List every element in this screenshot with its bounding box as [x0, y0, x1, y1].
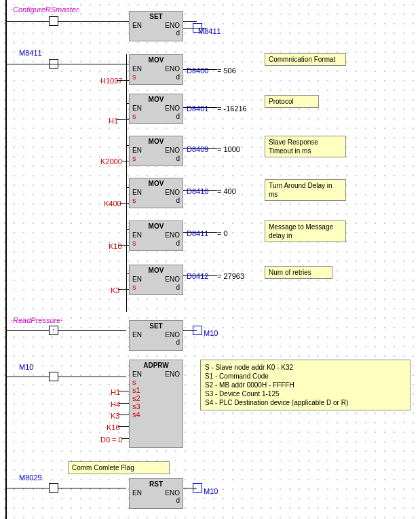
set-read-output-label: M10: [204, 329, 218, 337]
hline-mov2-en: [126, 103, 129, 104]
comment-adprw: S - Slave node addr K0 - K32 S1 - Comman…: [200, 360, 411, 410]
mov5-d: d: [176, 239, 180, 247]
hline-m8029-1: [6, 488, 49, 488]
comment-protocol: Protocol: [265, 95, 319, 108]
adprw-s2: s2: [132, 394, 140, 402]
set-block: SET EN ENO d: [129, 11, 183, 41]
set-eno-label: ENO: [165, 22, 180, 29]
set-read-label: SET: [130, 321, 183, 331]
hline-mov1-s: [117, 80, 129, 81]
mov5-source: K10: [109, 242, 122, 250]
hline-read-2: [58, 330, 126, 331]
adprw-en: EN: [132, 370, 142, 378]
mov6-s: s: [132, 283, 136, 291]
mov6-value: = 27963: [217, 272, 244, 280]
hline-m8411-long: [6, 64, 126, 64]
mov4-s: s: [132, 196, 136, 204]
mov3-eno: ENO: [165, 147, 180, 154]
hline-adprw-s1: [119, 403, 129, 404]
mov3-d: d: [176, 155, 180, 162]
adprw-s3: s3: [132, 402, 140, 410]
hline-mov3-s: [122, 161, 129, 161]
rst-label: RST: [130, 479, 183, 489]
mov1-eno: ENO: [165, 65, 180, 73]
rst-d: d: [176, 497, 180, 504]
set-read-d: d: [176, 339, 180, 346]
m10-contact-label: M10: [19, 363, 33, 371]
rst-block: RST EN ENO d: [129, 478, 183, 509]
hline-mov1-en: [126, 64, 129, 64]
adprw-comment-s: S - Slave node addr K0 - K32: [205, 363, 406, 372]
hline-mov4-en: [126, 187, 129, 188]
hline-mov3-en: [126, 145, 129, 146]
mov4-d: d: [176, 197, 180, 204]
mov2-label: MOV: [130, 94, 183, 104]
m8029-contact-label: M8029: [19, 474, 42, 482]
mov2-dest: D8401: [187, 104, 208, 113]
hline-read-1: [6, 330, 49, 331]
contact-m8029[interactable]: [49, 483, 58, 493]
mov2-en: EN: [132, 104, 142, 112]
mov6-eno: ENO: [165, 275, 180, 283]
mov6-label: MOV: [130, 265, 183, 275]
ladder-diagram-canvas: ·ConfigureRSmaster· SET EN ENO d M8411 M…: [0, 0, 420, 519]
mov2-source: H1: [109, 117, 118, 125]
set-read-output-coil: [193, 326, 202, 335]
mov4-en: EN: [132, 189, 142, 196]
mov-block-4: MOV EN ENO s d: [129, 178, 183, 208]
adprw-s-val: H1: [111, 388, 120, 396]
hline-adprw-s2: [119, 415, 129, 415]
mov3-label: MOV: [130, 136, 183, 147]
adprw-s: s: [132, 378, 136, 386]
mov2-s: s: [132, 112, 136, 120]
rst-en: EN: [132, 489, 142, 497]
hline-m8029-2: [58, 488, 126, 488]
mov4-dest: D8410: [187, 187, 208, 195]
mov2-value: = -16216: [217, 104, 247, 113]
hline-mov6-en: [126, 273, 129, 274]
left-power-rail: [5, 0, 7, 519]
comment-comm-format: Commnication Format: [265, 53, 346, 66]
hline-coil-2: [193, 28, 206, 28]
hline-adprw-s: [119, 391, 129, 391]
adprw-comment-s3: S3 - Device Count 1-125: [205, 389, 406, 398]
contact-read-pressure[interactable]: ↑: [49, 326, 58, 335]
mov2-eno: ENO: [165, 104, 180, 112]
mov2-d: d: [176, 113, 180, 120]
set-read-eno: ENO: [165, 331, 180, 339]
mov1-en: EN: [132, 65, 142, 73]
mov5-value: = 0: [217, 229, 228, 237]
comment-msg-delay: Message to Message delay in: [265, 220, 346, 242]
adprw-s1: s1: [132, 386, 140, 394]
hline-adprw-s4: [122, 438, 129, 439]
adprw-comment-s2: S2 - MB addr 0000H - FFFFH: [205, 381, 406, 389]
rst-output-coil: [193, 483, 202, 493]
mov3-s: s: [132, 154, 136, 162]
comment-comm-complete: Comm Comlete Flag: [68, 461, 170, 474]
mov6-dest: D8412: [187, 272, 208, 280]
mov3-en: EN: [132, 147, 142, 154]
mov-block-2: MOV EN ENO s d: [129, 94, 183, 124]
mov1-label: MOV: [130, 55, 183, 65]
mov4-source: K400: [104, 199, 121, 208]
mov3-source: K2000: [100, 157, 122, 166]
mov3-value: = 1000: [217, 145, 240, 153]
mov-block-1: MOV EN ENO s d: [129, 54, 183, 85]
mov4-eno: ENO: [165, 189, 180, 196]
adprw-label: ADPRW: [130, 360, 183, 370]
mov3-dest: D8409: [187, 145, 208, 153]
adprw-s3-val: K16: [107, 423, 120, 431]
hline-set-eno: [183, 21, 197, 22]
mov5-eno: ENO: [165, 231, 180, 239]
mov1-value: = 506: [217, 66, 236, 75]
hline-mov4-s: [119, 203, 129, 204]
set-d-label: d: [176, 29, 180, 37]
contact-m10[interactable]: [49, 372, 58, 381]
set-read-en: EN: [132, 331, 142, 339]
mov6-source: K3: [111, 286, 119, 294]
adprw-block: ADPRW EN ENO s s1 s2 s3 s4: [129, 360, 183, 448]
hline-configure-1: [6, 21, 49, 22]
network-label-read-pressure: ·ReadPressure·: [11, 316, 62, 324]
contact-configure[interactable]: [49, 16, 58, 26]
mov5-s: s: [132, 239, 136, 247]
